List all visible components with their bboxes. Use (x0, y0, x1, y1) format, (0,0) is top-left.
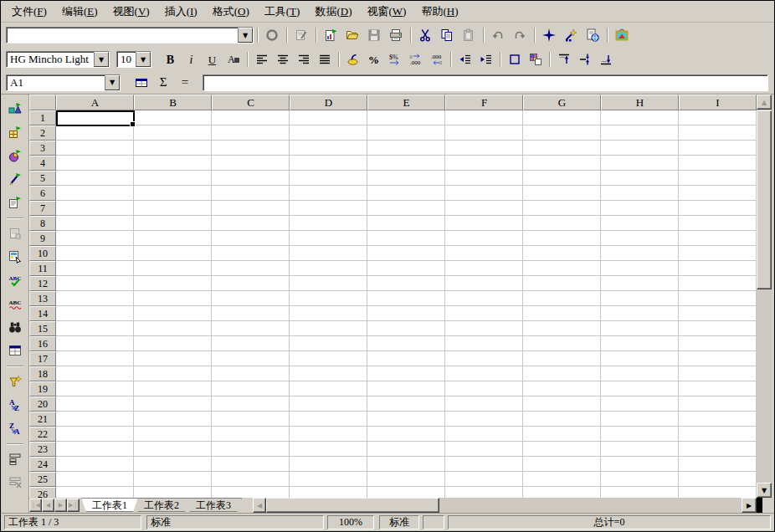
row-header-3[interactable]: 3 (29, 141, 56, 156)
url-combobox[interactable]: ▼ (6, 27, 254, 43)
export-web-button[interactable] (582, 24, 603, 46)
menu-file[interactable]: 文件(F) (4, 2, 54, 22)
column-header-C[interactable]: C (212, 95, 290, 110)
fill-handle[interactable] (130, 121, 136, 127)
row-header-19[interactable]: 19 (29, 381, 56, 396)
navigator-button[interactable] (538, 24, 560, 46)
gallery-button[interactable] (611, 24, 633, 46)
menu-view[interactable]: 视图(V) (105, 2, 157, 22)
autofilter-button[interactable] (3, 370, 27, 393)
open-button[interactable] (341, 24, 363, 46)
row-header-13[interactable]: 13 (29, 291, 56, 306)
find-replace-button[interactable] (3, 315, 27, 339)
align-right-button[interactable] (293, 49, 314, 69)
row-header-6[interactable]: 6 (29, 186, 56, 201)
row-header-10[interactable]: 10 (29, 246, 56, 261)
function-wizard-button[interactable] (131, 72, 152, 94)
ungroup-button[interactable] (3, 471, 27, 494)
row-header-5[interactable]: 5 (29, 171, 56, 186)
sheet-tab-1[interactable]: 工作表1 (81, 498, 138, 512)
column-header-D[interactable]: D (290, 95, 367, 110)
standard-format-button[interactable]: $% (384, 49, 405, 69)
increase-indent-button[interactable] (475, 49, 496, 69)
edit-file-button[interactable] (290, 24, 312, 46)
previous-sheet-button[interactable]: ◀ (42, 499, 54, 512)
auto-spellcheck-button[interactable]: ABC (3, 292, 27, 315)
sort-ascending-button[interactable]: AZ (3, 393, 27, 417)
currency-format-button[interactable] (342, 49, 363, 69)
cell-reference-combobox[interactable]: A1 ▼ (6, 74, 121, 91)
column-header-I[interactable]: I (679, 95, 757, 110)
stop-button[interactable] (261, 24, 283, 46)
chevron-down-icon[interactable]: ▼ (105, 75, 120, 90)
choose-themes-button[interactable] (3, 245, 27, 269)
chevron-down-icon[interactable]: ▼ (94, 52, 109, 67)
chevron-down-icon[interactable]: ▼ (238, 28, 253, 43)
select-all-corner[interactable] (29, 95, 56, 110)
active-cell-selection[interactable] (56, 110, 135, 126)
cut-button[interactable] (414, 24, 436, 46)
first-sheet-button[interactable]: ❘◀ (29, 499, 42, 512)
group-button[interactable] (3, 448, 27, 471)
row-header-12[interactable]: 12 (29, 276, 56, 291)
font-size-combobox[interactable]: 10 ▼ (116, 51, 151, 68)
scrollbar-split-handle[interactable] (757, 498, 762, 513)
column-header-A[interactable]: A (56, 95, 134, 110)
scroll-right-button[interactable]: ▶ (742, 498, 757, 513)
row-header-23[interactable]: 23 (29, 442, 56, 457)
row-header-25[interactable]: 25 (29, 472, 56, 487)
background-color-button[interactable] (525, 49, 546, 69)
insert-chart-button[interactable] (3, 144, 27, 167)
new-document-button[interactable] (320, 24, 341, 46)
row-header-11[interactable]: 11 (29, 261, 56, 276)
bold-button[interactable]: B (160, 49, 181, 69)
menu-edit[interactable]: 编辑(E) (54, 2, 105, 22)
align-left-button[interactable] (251, 49, 272, 69)
row-header-9[interactable]: 9 (29, 231, 56, 246)
copy-button[interactable] (436, 24, 458, 46)
paste-button[interactable] (458, 24, 480, 46)
menu-tools[interactable]: 工具(T) (257, 2, 308, 22)
underline-button[interactable]: U (202, 49, 223, 69)
row-header-8[interactable]: 8 (29, 216, 56, 231)
menu-data[interactable]: 数据(D) (307, 2, 359, 22)
font-color-button[interactable]: A (223, 49, 244, 69)
align-vcenter-button[interactable] (574, 49, 595, 69)
insert-object-button[interactable] (3, 97, 27, 120)
autopilot-button[interactable] (560, 24, 582, 46)
sum-button[interactable]: Σ (152, 72, 174, 94)
sort-descending-button[interactable]: ZA (3, 417, 27, 440)
menu-format[interactable]: 格式(O) (205, 2, 257, 22)
row-header-15[interactable]: 15 (29, 321, 56, 336)
vertical-scrollbar[interactable]: ▲ ▼ (757, 95, 772, 498)
row-header-1[interactable]: 1 (29, 110, 56, 125)
redo-button[interactable] (509, 24, 531, 46)
menu-window[interactable]: 视窗(W) (359, 2, 413, 22)
column-header-E[interactable]: E (367, 95, 445, 110)
undo-button[interactable] (487, 24, 509, 46)
borders-button[interactable] (504, 49, 525, 69)
row-header-18[interactable]: 18 (29, 366, 56, 381)
scroll-up-button[interactable]: ▲ (757, 95, 772, 110)
italic-button[interactable]: i (181, 49, 202, 69)
row-header-22[interactable]: 22 (29, 427, 56, 442)
align-justify-button[interactable] (314, 49, 335, 69)
align-center-button[interactable] (272, 49, 293, 69)
percent-format-button[interactable]: % (363, 49, 384, 69)
save-button[interactable] (363, 24, 385, 46)
form-functions-button[interactable] (3, 191, 27, 214)
last-sheet-button[interactable]: ▶❘ (67, 499, 80, 512)
add-decimal-button[interactable]: 0.000 (405, 49, 426, 69)
horizontal-scrollbar[interactable]: ◀ ▶ (253, 498, 757, 513)
row-header-20[interactable]: 20 (29, 396, 56, 412)
decrease-indent-button[interactable] (454, 49, 475, 69)
horizontal-scroll-thumb[interactable] (266, 498, 439, 513)
formula-input[interactable] (203, 74, 768, 91)
scroll-down-button[interactable]: ▼ (757, 483, 772, 498)
column-header-H[interactable]: H (601, 95, 679, 110)
align-top-button[interactable] (553, 49, 574, 69)
column-header-G[interactable]: G (523, 95, 601, 110)
draw-functions-button[interactable] (3, 167, 27, 191)
row-header-17[interactable]: 17 (29, 351, 56, 366)
sheet-tab-3[interactable]: 工作表3 (185, 498, 242, 512)
